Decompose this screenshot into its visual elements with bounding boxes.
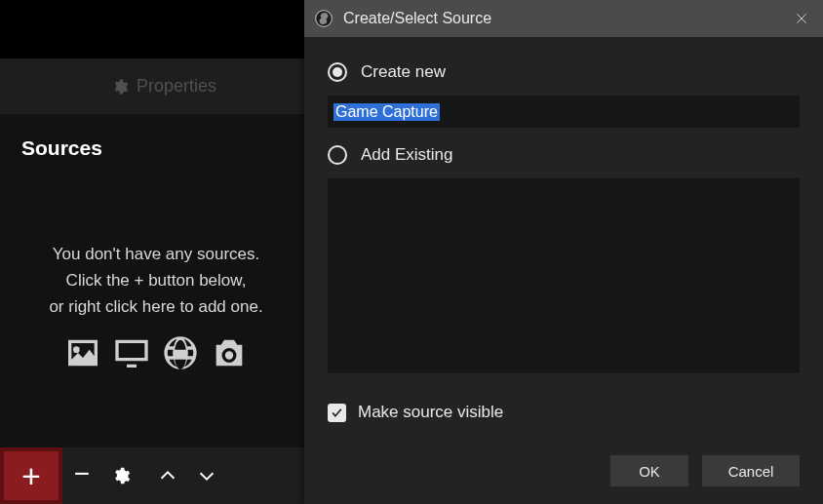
dialog-title: Create/Select Source — [343, 10, 491, 27]
close-button[interactable] — [780, 0, 823, 37]
sources-panel[interactable]: Sources You don't have any sources. Clic… — [0, 114, 312, 447]
checkbox-icon — [328, 404, 346, 422]
chevron-up-icon — [157, 465, 178, 486]
source-name-input[interactable]: Game Capture — [328, 96, 800, 128]
chevron-down-icon — [196, 465, 217, 486]
gear-icon — [111, 466, 131, 485]
globe-icon — [159, 333, 202, 372]
make-visible-checkbox[interactable]: Make source visible — [328, 403, 800, 422]
create-new-label: Create new — [361, 62, 446, 82]
empty-line: or right click here to add one. — [0, 293, 312, 320]
gear-icon — [111, 78, 129, 96]
move-down-button[interactable] — [187, 447, 226, 504]
add-existing-label: Add Existing — [361, 145, 453, 165]
radio-icon — [328, 145, 347, 165]
camera-icon — [208, 333, 251, 372]
obs-icon — [314, 9, 333, 28]
add-existing-radio[interactable]: Add Existing — [328, 145, 800, 165]
source-name-value: Game Capture — [333, 103, 440, 121]
ok-button[interactable]: OK — [610, 455, 688, 486]
properties-label: Properties — [137, 76, 216, 97]
source-settings-button[interactable] — [101, 447, 140, 504]
empty-line: Click the + button below, — [0, 267, 312, 293]
dialog-titlebar: Create/Select Source — [304, 0, 823, 37]
radio-icon — [328, 62, 347, 82]
sources-title: Sources — [21, 136, 102, 160]
cancel-button[interactable]: Cancel — [702, 455, 800, 486]
close-icon — [795, 12, 808, 25]
create-new-radio[interactable]: Create new — [328, 62, 800, 82]
properties-button[interactable]: Properties — [111, 76, 216, 97]
move-up-button[interactable] — [148, 447, 187, 504]
empty-line: You don't have any sources. — [0, 241, 312, 267]
existing-sources-list[interactable] — [328, 178, 800, 373]
monitor-icon — [110, 333, 153, 372]
add-source-button[interactable]: + — [0, 447, 62, 504]
image-icon — [61, 333, 104, 372]
remove-source-button[interactable]: − — [62, 447, 101, 504]
make-visible-label: Make source visible — [358, 403, 503, 422]
create-select-source-dialog: Create/Select Source Create new Game Cap… — [304, 0, 823, 504]
sources-empty-state: You don't have any sources. Click the + … — [0, 241, 312, 372]
